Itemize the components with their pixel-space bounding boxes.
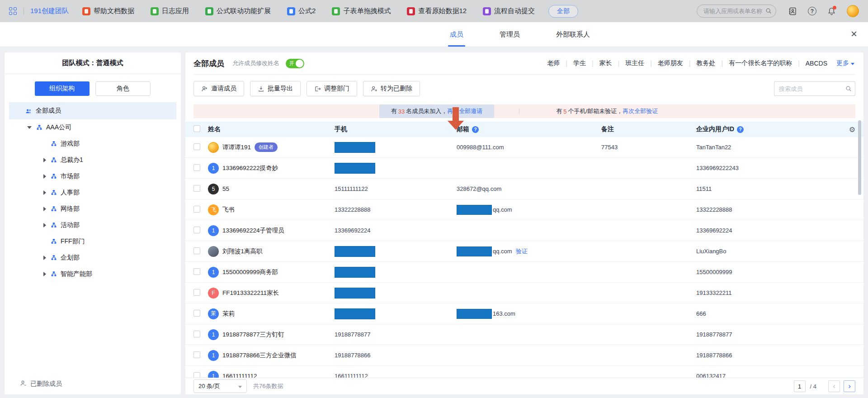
deleted-members-link[interactable]: 已删除成员 — [20, 380, 62, 388]
current-page-box[interactable]: 1 — [794, 380, 806, 392]
member-row[interactable]: 茉茉莉163.com666 — [185, 303, 863, 324]
row-checkbox[interactable] — [193, 310, 200, 317]
app-tab[interactable]: 日志应用 — [151, 7, 189, 15]
app-tab[interactable]: 公式2 — [287, 7, 316, 15]
avatar — [208, 246, 219, 257]
row-checkbox[interactable] — [193, 185, 200, 192]
prev-page-button[interactable]: ‹ — [828, 380, 840, 392]
app-tab[interactable]: 帮助文档数据 — [82, 7, 134, 15]
help-icon[interactable]: ? — [808, 7, 816, 15]
more-filters-button[interactable]: 更多 — [836, 59, 854, 67]
tree-caret-icon[interactable] — [43, 272, 46, 276]
user-avatar[interactable] — [847, 5, 859, 17]
app-tab[interactable]: 流程自动提交 — [483, 7, 535, 15]
member-row[interactable]: 谭谭谭191创建者009988@111.com77543TanTanTan22 — [185, 137, 863, 158]
tree-node-FFF部门[interactable]: FFF部门 — [9, 233, 176, 250]
app-tab[interactable]: 查看原始数据12 — [407, 7, 467, 15]
page-size-select[interactable]: 20 条/页 — [193, 379, 247, 393]
member-row[interactable]: 119188778877三方钉钉1918877887719188778877 — [185, 324, 863, 345]
tree-node-AAA公司[interactable]: AAA公司 — [9, 119, 176, 136]
row-checkbox[interactable] — [193, 331, 200, 337]
app-tab[interactable]: 公式联动功能扩展 — [205, 7, 271, 15]
member-row[interactable]: 113369692222摸奇妙1336969222243 — [185, 158, 863, 179]
total-count-label: 共76条数据 — [253, 382, 283, 390]
all-apps-pill[interactable]: 全部 — [548, 5, 578, 18]
tree-caret-icon[interactable] — [43, 256, 46, 260]
tree-caret-icon[interactable] — [43, 158, 46, 162]
tree-node-人事部[interactable]: 人事部 — [9, 185, 176, 201]
tab-外部联系人[interactable]: 外部联系人 — [556, 22, 590, 47]
tree-node-游戏部[interactable]: 游戏部 — [9, 136, 176, 152]
member-row[interactable]: 刘翔波1离高职qq.com验证LiuXiangBo — [185, 241, 863, 262]
row-checkbox[interactable] — [193, 143, 200, 150]
row-checkbox[interactable] — [193, 164, 200, 171]
tree-node-企划部[interactable]: 企划部 — [9, 250, 176, 266]
tree-node-总裁办1[interactable]: 总裁办1 — [9, 152, 176, 168]
tree-caret-icon[interactable] — [43, 223, 46, 227]
verify-email-link[interactable]: 验证 — [516, 247, 528, 256]
global-search-input[interactable] — [697, 5, 776, 18]
filter-教务处[interactable]: 教务处 — [696, 59, 715, 67]
member-search-input[interactable] — [774, 81, 855, 96]
scrollbar-thumb[interactable] — [858, 120, 861, 195]
email-help-icon[interactable]: ? — [472, 126, 479, 133]
tab-管理员[interactable]: 管理员 — [500, 22, 520, 47]
tree-caret-icon[interactable] — [43, 207, 46, 211]
contacts-icon[interactable] — [788, 7, 797, 16]
tree-caret-icon[interactable] — [43, 174, 46, 179]
user-id-help-icon[interactable]: ? — [737, 126, 744, 133]
member-row[interactable]: 55515111111122328672@qq.com11511 — [185, 179, 863, 199]
filter-家长[interactable]: 家长 — [599, 59, 612, 67]
role-button[interactable]: 角色 — [95, 81, 151, 96]
member-phone — [335, 308, 457, 319]
rename-toggle[interactable]: 开 — [286, 59, 304, 68]
select-all-checkbox[interactable] — [193, 125, 200, 132]
download-icon — [258, 85, 264, 92]
org-sidebar: 团队模式：普通模式 组织架构 角色 全部成员AAA公司游戏部总裁办1市场部人事部… — [5, 52, 181, 394]
column-settings-gear-icon[interactable]: ⚙ — [836, 125, 855, 134]
team-name-link[interactable]: 191创建团队 — [30, 7, 69, 15]
tree-caret-icon[interactable] — [27, 126, 32, 129]
next-page-button[interactable]: › — [844, 380, 855, 392]
row-checkbox[interactable] — [193, 247, 200, 254]
member-row[interactable]: 113369692224子管理员1336969222413369692224 — [185, 220, 863, 241]
uninvited-members-notice: 有 33 名成员未加入， 再次全部邀请 — [379, 104, 494, 118]
apps-grid-icon[interactable] — [9, 7, 17, 15]
tab-成员[interactable]: 成员 — [450, 22, 463, 47]
tree-caret-icon[interactable] — [43, 190, 46, 195]
department-icon — [51, 190, 57, 196]
app-tab[interactable]: 子表单拖拽模式 — [332, 7, 391, 15]
row-checkbox[interactable] — [193, 227, 200, 233]
row-checkbox[interactable] — [193, 206, 200, 213]
tree-node-网络部[interactable]: 网络部 — [9, 201, 176, 217]
tree-node-全部成员[interactable]: 全部成员 — [9, 102, 176, 119]
department-icon — [51, 238, 57, 245]
tree-node-智能产能部[interactable]: 智能产能部 — [9, 266, 176, 282]
member-row[interactable]: 119188778866三方企业微信1918877886619188778866 — [185, 345, 863, 366]
org-structure-button[interactable]: 组织架构 — [35, 81, 90, 96]
filter-班主任[interactable]: 班主任 — [625, 59, 644, 67]
filter-ABCDS[interactable]: ABCDS — [806, 60, 827, 67]
move-to-deleted-button[interactable]: 转为已删除 — [363, 81, 420, 96]
row-checkbox[interactable] — [193, 268, 200, 275]
tree-node-市场部[interactable]: 市场部 — [9, 168, 176, 185]
member-row[interactable]: FFF19133322211家长19133322211 — [185, 283, 863, 303]
invite-member-button[interactable]: 邀请成员 — [193, 81, 244, 96]
row-checkbox[interactable] — [193, 351, 200, 358]
tree-node-活动部[interactable]: 活动部 — [9, 217, 176, 233]
member-row[interactable]: 115500009999商务部15500009999 — [185, 262, 863, 283]
filter-老师朋友[interactable]: 老师朋友 — [658, 59, 683, 67]
row-checkbox[interactable] — [193, 289, 200, 296]
reverify-all-link[interactable]: 再次全部验证 — [623, 107, 658, 115]
adjust-department-button[interactable]: 调整部门 — [307, 81, 357, 96]
notice-banner: 有 33 名成员未加入， 再次全部邀请 有 5 个手机/邮箱未验证， 再次全部验… — [193, 104, 855, 118]
member-row[interactable]: 飞飞书13322228888qq.com13322228888 — [185, 199, 863, 220]
member-phone — [335, 163, 457, 174]
notification-bell-icon[interactable] — [827, 7, 836, 16]
close-icon[interactable]: × — [851, 28, 857, 40]
filter-有一个很长名字的职称[interactable]: 有一个很长名字的职称 — [729, 59, 792, 67]
filter-老师[interactable]: 老师 — [547, 59, 560, 67]
filter-学生[interactable]: 学生 — [573, 59, 586, 67]
member-user-id: LiuXiangBo — [696, 248, 836, 255]
batch-export-button[interactable]: 批量导出 — [250, 81, 301, 96]
